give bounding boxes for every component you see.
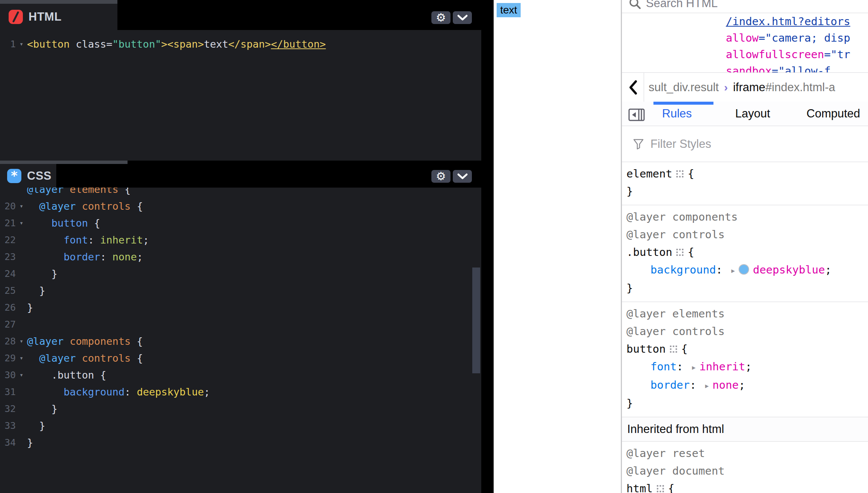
node-highlight-dots-icon[interactable] bbox=[676, 248, 684, 256]
fold-caret-icon[interactable]: ▾ bbox=[16, 36, 27, 53]
breadcrumb-item-parent[interactable]: sult_div.result bbox=[649, 81, 719, 94]
code-line[interactable]: 26} bbox=[0, 299, 481, 316]
rule-selector[interactable]: element bbox=[626, 167, 672, 180]
declaration-value[interactable]: inherit bbox=[699, 360, 745, 373]
fold-caret-icon[interactable]: ▾ bbox=[16, 350, 27, 367]
code-line[interactable]: 22 font: inherit; bbox=[0, 231, 481, 248]
markup-view[interactable]: /index.html?editorsallow="camera; dispal… bbox=[622, 13, 868, 72]
line-number: 32 bbox=[0, 400, 16, 417]
fold-caret-icon[interactable]: ▾ bbox=[16, 333, 27, 350]
line-number: 27 bbox=[0, 316, 16, 333]
rule-layer-label: @layer elements bbox=[622, 305, 868, 323]
declaration-name[interactable]: background bbox=[650, 263, 716, 276]
filter-styles-input[interactable]: Filter Styles bbox=[622, 126, 868, 162]
preview-button[interactable]: text bbox=[497, 3, 521, 17]
css-code-editor[interactable]: @layer elements {20▾ @layer controls {21… bbox=[0, 188, 481, 493]
expand-computed-icon[interactable]: ▶ bbox=[731, 262, 735, 280]
code-line[interactable]: 31 background: deepskyblue; bbox=[0, 383, 481, 400]
css-panel-header: * CSS ⚙ bbox=[0, 164, 481, 188]
breadcrumb-back-button[interactable] bbox=[622, 73, 644, 102]
declaration-value[interactable]: none bbox=[712, 379, 739, 391]
css-panel-drag-handle[interactable] bbox=[0, 161, 128, 164]
declaration-name[interactable]: font bbox=[650, 360, 677, 373]
line-number: 29 bbox=[0, 350, 16, 367]
node-highlight-dots-icon[interactable] bbox=[656, 485, 664, 493]
rule-declaration[interactable]: font: ▶inherit; bbox=[622, 358, 868, 376]
css-collapse-button[interactable] bbox=[453, 170, 472, 183]
sidebar-toggle-button[interactable] bbox=[628, 108, 645, 123]
code-line[interactable]: 32 } bbox=[0, 400, 481, 417]
code-line[interactable]: 28▾@layer components { bbox=[0, 333, 481, 350]
code-line[interactable]: 34} bbox=[0, 434, 481, 451]
app-root: HTML ⚙ 1▾<button class="button"><span>te… bbox=[0, 0, 868, 493]
fold-gutter bbox=[16, 383, 27, 400]
code-line[interactable]: 25 } bbox=[0, 282, 481, 299]
svg-text:*: * bbox=[11, 168, 18, 183]
code-line[interactable]: 29▾ @layer controls { bbox=[0, 350, 481, 367]
code-text: @layer controls { bbox=[27, 198, 481, 215]
tab-computed[interactable]: Computed bbox=[806, 107, 860, 120]
declaration-name[interactable]: border bbox=[650, 379, 690, 391]
color-swatch[interactable] bbox=[739, 264, 749, 275]
html-code-editor[interactable]: 1▾<button class="button"><span>text</spa… bbox=[0, 30, 481, 161]
code-line[interactable]: @layer elements { bbox=[0, 188, 481, 198]
html-settings-button[interactable]: ⚙ bbox=[431, 11, 451, 24]
devtools-search-input[interactable]: Search HTML bbox=[622, 0, 868, 13]
rule-block: @layer reset@layer documenthtml{font-siz… bbox=[622, 442, 868, 493]
line-number: 1 bbox=[0, 36, 16, 53]
node-highlight-dots-icon[interactable] bbox=[670, 345, 677, 353]
rule-selector[interactable]: html bbox=[626, 482, 653, 493]
expand-computed-icon[interactable]: ▶ bbox=[692, 359, 696, 376]
rule-selector[interactable]: button bbox=[626, 343, 666, 355]
fold-gutter bbox=[16, 282, 27, 299]
expand-computed-icon[interactable]: ▶ bbox=[705, 377, 709, 395]
line-number: 31 bbox=[0, 383, 16, 400]
code-text: } bbox=[27, 265, 481, 282]
code-line[interactable]: 21▾ button { bbox=[0, 215, 481, 231]
css-editor-scrollbar-thumb[interactable] bbox=[472, 268, 480, 373]
markup-line[interactable]: allow="camera; disp bbox=[622, 30, 868, 46]
code-text: .button { bbox=[27, 367, 481, 383]
line-number: 23 bbox=[0, 248, 16, 265]
code-line[interactable]: 24 } bbox=[0, 265, 481, 282]
code-line[interactable]: 20▾ @layer controls { bbox=[0, 198, 481, 215]
chevron-down-icon bbox=[457, 14, 468, 21]
search-placeholder: Search HTML bbox=[646, 0, 718, 10]
css-panel-label: CSS bbox=[27, 169, 51, 183]
fold-caret-icon[interactable]: ▾ bbox=[16, 198, 27, 215]
rule-declaration[interactable]: background: ▶deepskyblue; bbox=[622, 261, 868, 280]
html-panel-label: HTML bbox=[29, 10, 62, 24]
code-line[interactable]: 23 border: none; bbox=[0, 248, 481, 265]
breadcrumb-item-node-tag[interactable]: iframe bbox=[733, 81, 765, 94]
markup-value: ="tr bbox=[824, 48, 850, 61]
declaration-value[interactable]: deepskyblue bbox=[753, 263, 825, 276]
rule-declaration[interactable]: border: ▶none; bbox=[622, 376, 868, 395]
html-panel-drag-handle[interactable] bbox=[0, 0, 117, 4]
code-text: font: inherit; bbox=[27, 231, 481, 248]
tab-layout[interactable]: Layout bbox=[735, 107, 770, 120]
tab-rules[interactable]: Rules bbox=[662, 107, 692, 120]
filter-placeholder: Filter Styles bbox=[650, 137, 711, 151]
code-line[interactable]: 27 bbox=[0, 316, 481, 333]
code-line[interactable]: 33 } bbox=[0, 417, 481, 434]
fold-caret-icon[interactable]: ▾ bbox=[16, 367, 27, 383]
breadcrumb-divider bbox=[644, 73, 644, 102]
breadcrumb-item-node-id[interactable]: #index.html-a bbox=[765, 81, 835, 94]
rule-selector[interactable]: .button bbox=[626, 246, 672, 259]
code-text bbox=[27, 316, 481, 333]
html-collapse-button[interactable] bbox=[453, 11, 472, 24]
fold-caret-icon[interactable]: ▾ bbox=[16, 215, 27, 231]
code-line[interactable]: 1▾<button class="button"><span>text</spa… bbox=[0, 36, 481, 53]
markup-line[interactable]: allowfullscreen="tr bbox=[622, 46, 868, 63]
line-number: 21 bbox=[0, 215, 16, 231]
code-text: } bbox=[27, 434, 481, 451]
node-highlight-dots-icon[interactable] bbox=[676, 170, 684, 178]
css-settings-button[interactable]: ⚙ bbox=[431, 170, 451, 183]
markup-line[interactable]: sandbox="allow-f bbox=[622, 63, 868, 72]
markup-line[interactable]: /index.html?editors bbox=[622, 13, 868, 30]
rule-layer-label: @layer controls bbox=[622, 323, 868, 340]
code-text: } bbox=[27, 299, 481, 316]
fold-gutter bbox=[16, 265, 27, 282]
markup-link[interactable]: /index.html?editors bbox=[726, 15, 850, 28]
code-line[interactable]: 30▾ .button { bbox=[0, 367, 481, 383]
